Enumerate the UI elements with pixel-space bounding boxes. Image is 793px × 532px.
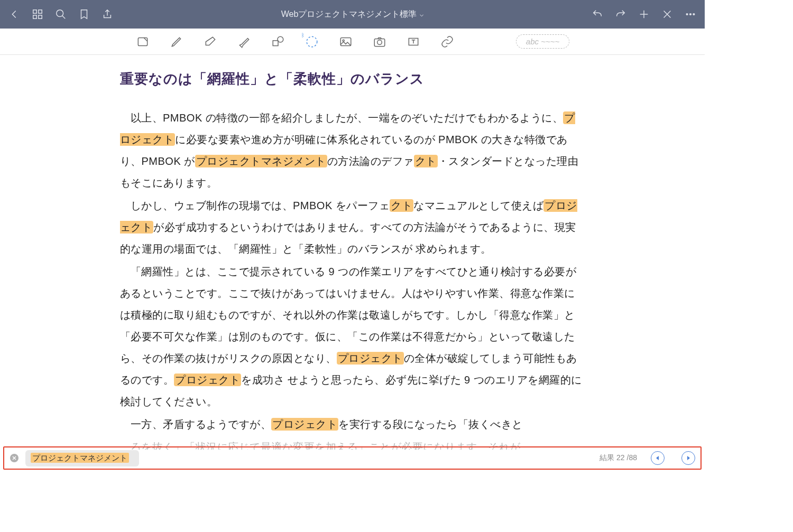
svg-line-5 <box>62 16 66 19</box>
svg-point-15 <box>278 36 283 42</box>
link-icon[interactable] <box>440 34 455 49</box>
annotation-toolbar: ᛒ abc ~~~~ <box>0 29 705 55</box>
top-navbar: Webプロジェクトマネジメント標準 ⌵ <box>0 0 705 29</box>
svg-point-20 <box>377 40 382 44</box>
pen-icon[interactable] <box>169 34 184 49</box>
svg-point-11 <box>690 14 691 15</box>
svg-rect-1 <box>39 10 42 13</box>
svg-rect-2 <box>33 15 36 18</box>
share-icon[interactable] <box>102 8 113 20</box>
text-style-preview[interactable]: abc ~~~~ <box>516 34 569 49</box>
find-bar: プロジェクトマネジメント 結果 22 /88 <box>3 446 702 470</box>
paragraph-3: 「網羅性」とは、ここで提示されている 9 つの作業エリアをすべてひと通り検討する… <box>120 261 585 413</box>
svg-rect-13 <box>138 38 147 45</box>
result-count: 結果 22 /88 <box>600 453 637 463</box>
highlight: クト <box>414 155 438 167</box>
camera-icon[interactable] <box>372 34 387 49</box>
highlighter-icon[interactable] <box>237 34 252 49</box>
eraser-icon[interactable] <box>203 34 218 49</box>
bookmark-icon[interactable] <box>78 8 90 20</box>
svg-marker-23 <box>656 456 659 460</box>
textbox-icon[interactable] <box>406 34 421 49</box>
lasso-icon[interactable]: ᛒ <box>305 34 319 49</box>
svg-point-16 <box>307 36 317 47</box>
document-title[interactable]: Webプロジェクトマネジメント標準 ⌵ <box>113 9 592 20</box>
search-query: プロジェクトマネジメント <box>31 453 129 463</box>
highlight: プロジェクトマネジメント <box>195 155 327 167</box>
image-icon[interactable] <box>338 34 353 49</box>
svg-point-10 <box>686 14 688 15</box>
bluetooth-icon: ᛒ <box>301 32 305 38</box>
nav-right <box>592 8 696 20</box>
close-search-icon[interactable] <box>10 453 19 463</box>
paragraph-1: 以上、PMBOK の特徴の一部を紹介しましたが、一端をのぞいただけでもわかるよう… <box>120 107 585 194</box>
svg-rect-3 <box>39 15 42 18</box>
highlight: プロジェクト <box>174 374 241 386</box>
next-result-icon[interactable] <box>681 451 695 465</box>
highlight: プロジェクト <box>337 352 404 365</box>
paragraph-2: しかし、ウェブ制作の現場では、PMBOK をパーフェクトなマニュアルとして使えば… <box>120 195 585 260</box>
more-icon[interactable] <box>685 8 696 20</box>
paragraph-4: 一方、矛盾するようですが、プロジェクトを実行する段になったら「抜くべきと <box>120 414 585 435</box>
readonly-icon[interactable] <box>135 34 150 49</box>
search-input[interactable]: プロジェクトマネジメント <box>25 450 139 466</box>
back-icon[interactable] <box>8 8 20 20</box>
grid-icon[interactable] <box>32 8 43 20</box>
nav-left <box>8 8 113 20</box>
document-content: 重要なのは「網羅性」と「柔軟性」のバランス 以上、PMBOK の特徴の一部を紹介… <box>120 55 585 450</box>
title-text: Webプロジェクトマネジメント標準 <box>281 9 417 20</box>
heading: 重要なのは「網羅性」と「柔軟性」のバランス <box>120 70 585 88</box>
undo-icon[interactable] <box>592 8 603 20</box>
svg-marker-24 <box>687 456 690 460</box>
svg-point-4 <box>57 10 63 17</box>
svg-rect-0 <box>33 10 36 13</box>
search-icon[interactable] <box>55 8 67 20</box>
highlight: プロジェクト <box>271 418 338 431</box>
document-viewport[interactable]: 重要なのは「網羅性」と「柔軟性」のバランス 以上、PMBOK の特徴の一部を紹介… <box>0 55 705 450</box>
plus-icon[interactable] <box>638 8 650 20</box>
prev-result-icon[interactable] <box>651 451 665 465</box>
redo-icon[interactable] <box>615 8 626 20</box>
svg-rect-14 <box>273 40 278 45</box>
chevron-down-icon: ⌵ <box>420 11 423 18</box>
close-icon[interactable] <box>661 8 673 20</box>
shapes-icon[interactable] <box>271 34 285 49</box>
highlight: クト <box>390 199 413 212</box>
svg-point-12 <box>693 14 695 15</box>
